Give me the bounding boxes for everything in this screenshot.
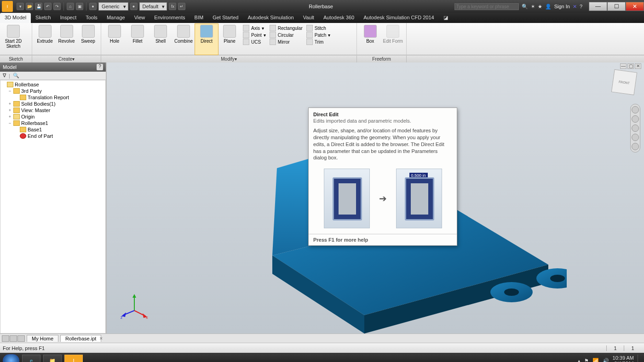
box-button[interactable]: Box [359, 24, 382, 55]
exchange-icon[interactable]: ✕ [573, 4, 577, 10]
doc-max-icon[interactable]: ▢ [627, 63, 634, 69]
tree-node[interactable]: +Origin [1, 113, 104, 120]
tree-node[interactable]: +Solid Bodies(1) [1, 101, 104, 107]
point-button[interactable]: Point ▾ [243, 32, 266, 38]
tab-3d-model[interactable]: 3D Model [0, 13, 31, 23]
show-desktop-button[interactable] [638, 355, 641, 362]
plane-button[interactable]: Plane [218, 24, 241, 55]
tree-node[interactable]: +View: Master [1, 107, 104, 113]
qat-home-icon[interactable]: ⌂ [67, 3, 74, 10]
tab-simulation[interactable]: Autodesk Simulation [243, 13, 298, 23]
panel-sketch-label[interactable]: Sketch [0, 56, 32, 62]
taskbar-explorer-icon[interactable]: 📁 [43, 355, 62, 362]
viewport[interactable]: —▢✕ FRONT [107, 62, 644, 334]
appearance-dropdown[interactable]: Default [139, 2, 167, 11]
mirror-button[interactable]: Mirror [270, 39, 303, 45]
subscription-icon[interactable]: ✶ [531, 4, 535, 10]
appearance-sphere-icon[interactable]: ● [130, 3, 138, 10]
patch-button[interactable]: Patch ▾ [306, 32, 331, 38]
nav-wheel-icon[interactable] [632, 106, 639, 113]
taskbar-ie-icon[interactable]: e [22, 355, 40, 362]
tree-node[interactable]: End of Part [1, 133, 104, 139]
qat-redo-icon[interactable]: ↷ [53, 3, 61, 10]
view-nav-fwd-icon[interactable] [10, 335, 17, 342]
doc-close-icon[interactable]: ✕ [635, 63, 641, 69]
user-icon[interactable]: 👤 [545, 4, 552, 10]
start-2d-sketch-button[interactable]: Start 2D Sketch [2, 24, 25, 55]
qat-fx-icon[interactable]: fx [169, 3, 176, 10]
help-icon[interactable]: ? [580, 4, 582, 9]
material-dropdown[interactable]: Generic [98, 2, 128, 11]
tab-environments[interactable]: Environments [150, 13, 190, 23]
qat-undo-icon[interactable]: ↶ [44, 3, 52, 10]
model-tree[interactable]: Rollerbase−3rd PartyTranslation Report+S… [0, 80, 106, 334]
extrude-button[interactable]: Extrude [34, 24, 56, 55]
trim-button[interactable]: Trim [306, 39, 331, 45]
fillet-button[interactable]: Fillet [126, 24, 149, 55]
ucs-button[interactable]: UCS [243, 39, 266, 45]
view-nav-back-icon[interactable] [2, 335, 9, 342]
filter-icon[interactable]: ∇ [3, 73, 6, 79]
stitch-button[interactable]: Stitch [306, 25, 331, 31]
signin-link[interactable]: Sign In [554, 4, 570, 9]
tab-get-started[interactable]: Get Started [208, 13, 243, 23]
sweep-button[interactable]: Sweep [77, 24, 99, 55]
tray-network-icon[interactable]: 📶 [592, 358, 599, 362]
tab-manage[interactable]: Manage [102, 13, 130, 23]
revolve-button[interactable]: Revolve [56, 24, 77, 55]
axis-button[interactable]: Axis ▾ [243, 25, 266, 31]
panel-create-label[interactable]: Create ▾ [32, 56, 101, 62]
find-icon[interactable]: 🔍 [13, 73, 19, 79]
panel-freeform-label[interactable]: Freeform [357, 56, 407, 62]
search-icon[interactable]: 🔍 [522, 4, 528, 10]
edit-form-button[interactable]: Edit Form [382, 24, 405, 55]
qat-measure-icon[interactable]: ↵ [178, 3, 185, 10]
nav-lookat-icon[interactable] [632, 143, 639, 150]
direct-button[interactable]: Direct [195, 24, 218, 55]
qat-select-icon[interactable]: ▣ [76, 3, 83, 10]
doc-min-icon[interactable]: — [620, 63, 627, 69]
view-cube[interactable]: FRONT [611, 69, 637, 95]
tab-tools[interactable]: Tools [81, 13, 102, 23]
search-input[interactable] [454, 3, 519, 10]
nav-zoom-icon[interactable] [632, 124, 639, 132]
material-sphere-icon[interactable]: ● [89, 3, 97, 10]
tab-cfd[interactable]: Autodesk Simulation CFD 2014 [359, 13, 438, 23]
nav-orbit-icon[interactable] [632, 134, 639, 141]
tab-addin-icon[interactable]: ◪ [439, 13, 453, 23]
tab-sketch[interactable]: Sketch [31, 13, 56, 23]
tab-view[interactable]: View [130, 13, 150, 23]
tab-rollerbase-ipt[interactable]: Rollerbase.ipt [60, 335, 101, 342]
qat-new-icon[interactable]: ▾ [17, 3, 24, 10]
tab-inspect[interactable]: Inspect [56, 13, 81, 23]
tab-vault[interactable]: Vault [299, 13, 319, 23]
tab-close-icon[interactable]: ✕ [99, 336, 103, 341]
panel-modify-label[interactable]: Modify ▾ [101, 56, 357, 62]
nav-pan-icon[interactable] [632, 115, 639, 123]
rectangular-button[interactable]: Rectangular [270, 25, 303, 31]
taskbar-inventor-icon[interactable]: I [64, 355, 83, 362]
tree-node[interactable]: Translation Report [1, 94, 104, 101]
tree-node[interactable]: Base1 [1, 126, 104, 133]
start-button[interactable] [3, 354, 19, 362]
view-nav-list-icon[interactable] [17, 335, 25, 342]
tab-my-home[interactable]: My Home [27, 335, 58, 342]
tray-up-icon[interactable]: ▴ [578, 358, 581, 362]
browser-help-icon[interactable]: ? [97, 64, 103, 70]
hole-button[interactable]: Hole [103, 24, 126, 55]
close-button[interactable]: ✕ [626, 2, 644, 11]
circular-button[interactable]: Circular [270, 32, 303, 38]
combine-button[interactable]: Combine [172, 24, 195, 55]
favorites-icon[interactable]: ★ [538, 4, 542, 10]
tray-flag-icon[interactable]: ⚑ [584, 358, 589, 362]
tree-node[interactable]: Rollerbase [1, 81, 104, 88]
tray-volume-icon[interactable]: 🔊 [603, 358, 609, 362]
taskbar-clock[interactable]: 10:39 AM8/4/2014 [613, 355, 634, 362]
minimize-button[interactable]: — [589, 2, 607, 11]
shell-button[interactable]: Shell [149, 24, 172, 55]
tree-node[interactable]: −Rollerbase1 [1, 120, 104, 126]
tree-node[interactable]: −3rd Party [1, 88, 104, 94]
qat-save-icon[interactable]: 💾 [35, 3, 42, 10]
tab-bim[interactable]: BIM [190, 13, 208, 23]
maximize-button[interactable]: ☐ [607, 2, 626, 11]
